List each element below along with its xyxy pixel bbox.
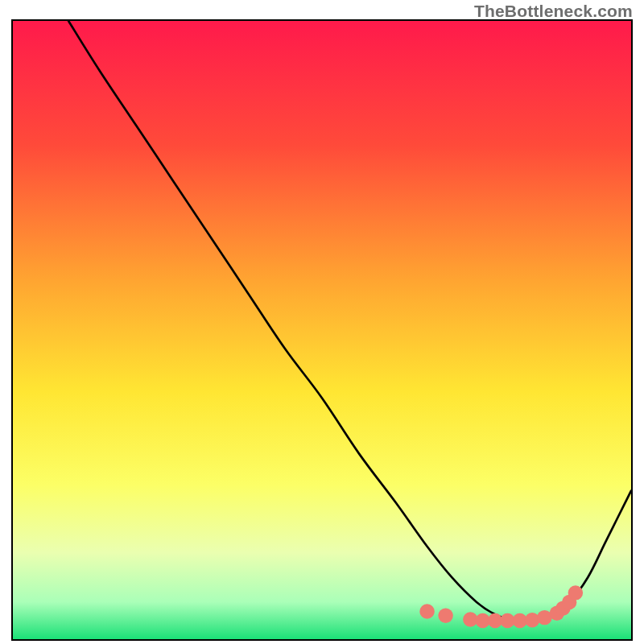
watermark-text: TheBottleneck.com (474, 2, 633, 21)
chart-frame (11, 19, 633, 641)
chart-background (13, 21, 631, 639)
highlight-dot (438, 609, 452, 623)
bottleneck-chart (13, 21, 631, 639)
highlight-dot (525, 613, 539, 627)
highlight-dot (419, 604, 434, 618)
highlight-dot (568, 585, 583, 600)
